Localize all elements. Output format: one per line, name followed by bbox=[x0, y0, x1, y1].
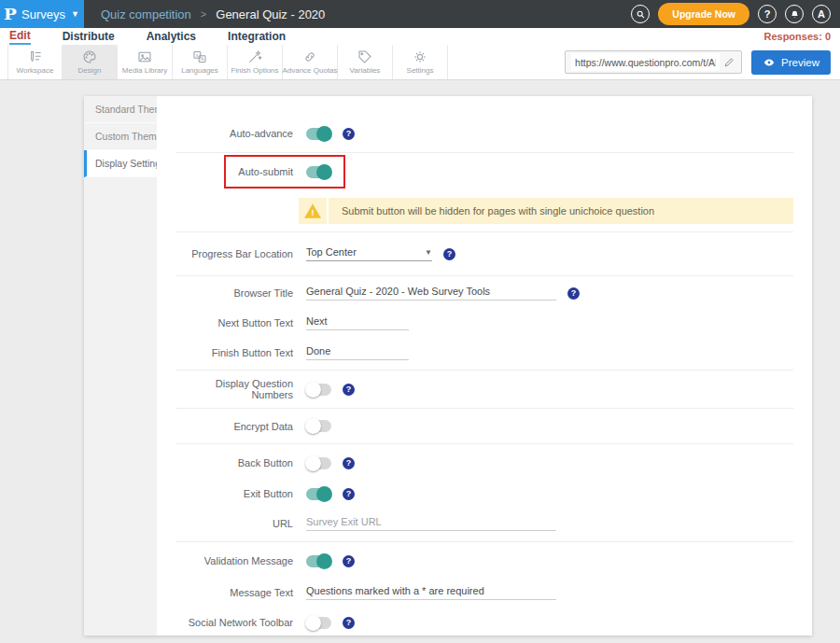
auto-submit-toggle[interactable] bbox=[306, 166, 331, 178]
progress-bar-help-icon[interactable]: ? bbox=[443, 248, 455, 260]
message-text-row: Message Text bbox=[175, 580, 793, 606]
browser-title-input[interactable] bbox=[306, 286, 556, 301]
warning-text: Submit button will be hidden for pages w… bbox=[329, 198, 654, 224]
social-toolbar-row: Social Network Toolbar ? bbox=[175, 606, 793, 636]
message-text-input[interactable] bbox=[306, 585, 556, 600]
tool-workspace[interactable]: Workspace bbox=[7, 45, 63, 79]
sidebar-item-display-settings[interactable]: Display Settings bbox=[84, 150, 157, 177]
encrypt-data-label: Encrypt Data bbox=[175, 421, 306, 432]
encrypt-data-row: Encrypt Data bbox=[175, 409, 793, 443]
menu-item-distribute[interactable]: Distribute bbox=[63, 29, 115, 44]
themes-sidebar: Standard Themes Custom Themes Display Se… bbox=[84, 96, 157, 636]
exit-url-label: URL bbox=[175, 518, 306, 529]
next-button-text-row: Next Button Text bbox=[175, 310, 793, 336]
social-toolbar-label: Social Network Toolbar bbox=[175, 617, 306, 628]
menu-item-edit[interactable]: Edit bbox=[9, 28, 31, 45]
warning-triangle-icon: ! bbox=[303, 203, 322, 219]
survey-url-input[interactable] bbox=[571, 53, 720, 71]
browser-title-help-icon[interactable]: ? bbox=[567, 287, 580, 300]
search-icon[interactable] bbox=[631, 5, 650, 23]
magic-wand-icon bbox=[247, 49, 262, 64]
menu-item-analytics[interactable]: Analytics bbox=[147, 29, 196, 44]
tool-advance-quotas[interactable]: Advance Quotas bbox=[283, 45, 338, 79]
chain-link-icon bbox=[302, 49, 317, 64]
brand-label: Surveys bbox=[21, 7, 65, 21]
preview-button[interactable]: Preview bbox=[751, 50, 831, 75]
validation-message-help-icon[interactable]: ? bbox=[343, 555, 355, 567]
auto-advance-help-icon[interactable]: ? bbox=[343, 128, 355, 140]
encrypt-data-toggle[interactable] bbox=[306, 420, 331, 432]
breadcrumb-separator-icon: > bbox=[201, 8, 206, 20]
breadcrumb: Quiz competition > General Quiz - 2020 bbox=[101, 7, 325, 21]
display-question-numbers-row: Display Question Numbers ? bbox=[175, 370, 793, 408]
warning-banner: ! Submit button will be hidden for pages… bbox=[299, 198, 793, 224]
survey-url-box bbox=[565, 50, 742, 74]
finish-button-text-label: Finish Button Text bbox=[175, 347, 306, 358]
breadcrumb-current: General Quiz - 2020 bbox=[216, 7, 325, 21]
finish-button-text-row: Finish Button Text bbox=[175, 336, 793, 370]
menu-bar: Edit Distribute Analytics Integration Re… bbox=[0, 28, 840, 45]
next-button-text-input[interactable] bbox=[306, 315, 409, 330]
validation-message-label: Validation Message bbox=[175, 555, 306, 566]
tool-design[interactable]: Design bbox=[63, 45, 118, 79]
auto-advance-label: Auto-advance bbox=[175, 128, 306, 139]
svg-text:!: ! bbox=[312, 208, 315, 217]
social-toolbar-help-icon[interactable]: ? bbox=[343, 617, 355, 629]
edit-pencil-icon[interactable] bbox=[723, 56, 735, 68]
tool-languages[interactable]: xA Languages bbox=[173, 45, 228, 79]
gear-icon bbox=[413, 49, 427, 64]
tool-media-library[interactable]: Media Library bbox=[118, 45, 173, 79]
display-question-numbers-help-icon[interactable]: ? bbox=[343, 384, 355, 396]
display-question-numbers-toggle[interactable] bbox=[306, 384, 331, 396]
message-text-label: Message Text bbox=[175, 587, 306, 598]
eye-icon bbox=[763, 56, 776, 69]
svg-text:A: A bbox=[201, 56, 204, 62]
social-toolbar-toggle[interactable] bbox=[306, 617, 331, 629]
back-button-toggle[interactable] bbox=[306, 457, 331, 469]
display-question-numbers-label: Display Question Numbers bbox=[175, 378, 306, 400]
tool-variables[interactable]: Variables bbox=[338, 45, 393, 79]
chevron-down-icon: ▼ bbox=[425, 248, 432, 257]
avatar[interactable]: A bbox=[812, 5, 831, 23]
svg-text:x: x bbox=[196, 52, 199, 58]
auto-advance-toggle[interactable] bbox=[306, 128, 331, 140]
notifications-bell-icon[interactable] bbox=[785, 5, 804, 23]
edit-toolbar: Workspace Design Media Library xA Langua… bbox=[0, 45, 840, 80]
validation-message-toggle[interactable] bbox=[306, 555, 331, 567]
questionpro-logo-icon: P bbox=[4, 6, 17, 23]
exit-url-row: URL bbox=[175, 506, 793, 541]
exit-button-label: Exit Button bbox=[175, 488, 306, 499]
palette-icon bbox=[82, 49, 97, 64]
back-button-row: Back Button ? bbox=[175, 444, 793, 482]
exit-button-row: Exit Button ? bbox=[175, 482, 793, 506]
surveys-menu-button[interactable]: P Surveys ▼ bbox=[0, 0, 84, 28]
settings-form: Auto-advance ? Auto-submit ! Submit butt… bbox=[157, 96, 812, 636]
auto-submit-label: Auto-submit bbox=[175, 166, 306, 177]
tool-finish-options[interactable]: Finish Options bbox=[228, 45, 283, 79]
responses-count[interactable]: Responses: 0 bbox=[763, 31, 831, 42]
next-button-text-label: Next Button Text bbox=[175, 317, 306, 328]
exit-url-input[interactable] bbox=[306, 516, 556, 531]
auto-advance-row: Auto-advance ? bbox=[175, 115, 793, 152]
tool-settings[interactable]: Settings bbox=[393, 45, 448, 79]
help-icon[interactable]: ? bbox=[758, 5, 777, 23]
menu-item-integration[interactable]: Integration bbox=[228, 29, 286, 44]
progress-bar-label: Progress Bar Location bbox=[175, 248, 306, 259]
image-icon bbox=[137, 49, 152, 64]
back-button-help-icon[interactable]: ? bbox=[343, 457, 355, 469]
breadcrumb-parent[interactable]: Quiz competition bbox=[101, 7, 191, 21]
translate-icon: xA bbox=[192, 49, 207, 64]
browser-title-row: Browser Title ? bbox=[175, 276, 793, 310]
workspace-icon bbox=[28, 49, 43, 64]
upgrade-now-button[interactable]: Upgrade Now bbox=[658, 3, 749, 25]
progress-bar-select[interactable]: Top Center ▼ bbox=[306, 246, 432, 261]
tag-icon bbox=[357, 49, 372, 64]
warning-row: ! Submit button will be hidden for pages… bbox=[175, 190, 793, 231]
sidebar-item-custom-themes[interactable]: Custom Themes bbox=[84, 123, 157, 150]
sidebar-item-standard-themes[interactable]: Standard Themes bbox=[84, 96, 157, 123]
exit-button-help-icon[interactable]: ? bbox=[343, 488, 355, 500]
finish-button-text-input[interactable] bbox=[306, 345, 409, 360]
back-button-label: Back Button bbox=[175, 457, 306, 468]
progress-bar-row: Progress Bar Location Top Center ▼ ? bbox=[175, 232, 793, 275]
exit-button-toggle[interactable] bbox=[306, 488, 331, 500]
